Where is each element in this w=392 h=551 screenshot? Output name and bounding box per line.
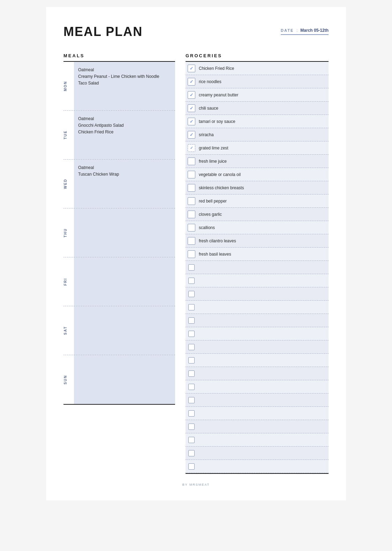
grocery-checkbox[interactable]: ✓ — [188, 131, 195, 139]
meal-content-sun — [74, 355, 175, 404]
grocery-checkbox[interactable] — [188, 184, 195, 192]
grocery-empty-checkbox[interactable] — [188, 344, 195, 350]
grocery-checkbox[interactable]: ✓ — [188, 104, 195, 112]
grocery-empty-row — [186, 433, 329, 447]
grocery-empty-checkbox[interactable] — [188, 450, 195, 456]
groceries-section: GROCERIES ✓Chicken Fried Rice✓rice noodl… — [186, 53, 329, 476]
grocery-empty-row — [186, 367, 329, 380]
grocery-item-name: fresh lime juice — [199, 159, 227, 164]
grocery-row: skinless chicken breasts — [186, 181, 329, 194]
groceries-section-title: GROCERIES — [186, 53, 329, 58]
grocery-checkbox[interactable]: ✓ — [188, 78, 195, 86]
grocery-item-name: chili sauce — [199, 106, 218, 111]
grocery-empty-row — [186, 287, 329, 301]
date-block: DATE : March 05-12th — [281, 28, 329, 35]
grocery-empty-row — [186, 407, 329, 420]
grocery-item-name: fresh basil leaves — [199, 252, 231, 257]
grocery-row: red bell pepper — [186, 194, 329, 208]
grocery-item-name: vegetable or canola oil — [199, 172, 241, 177]
day-label-sat: SAT — [63, 306, 74, 355]
meals-section-title: MEALS — [63, 53, 175, 58]
grocery-empty-checkbox[interactable] — [188, 331, 195, 337]
grocery-empty-row — [186, 274, 329, 287]
grocery-item-name: scallions — [199, 225, 215, 230]
grocery-row: fresh lime juice — [186, 155, 329, 168]
meal-content-tue: OatmealGnocchi Antipasto SaladChicken Fr… — [74, 111, 175, 159]
grocery-empty-checkbox[interactable] — [188, 264, 195, 271]
meal-row: FRI — [63, 257, 175, 306]
date-label: DATE — [281, 28, 294, 32]
grocery-empty-checkbox[interactable] — [188, 410, 195, 417]
meal-row: THU — [63, 208, 175, 257]
grocery-row: ✓tamari or soy sauce — [186, 115, 329, 128]
grocery-row: ✓chili sauce — [186, 102, 329, 115]
meal-text-mon: OatmealCreamy Peanut - Lime Chicken with… — [78, 67, 171, 87]
grocery-list: ✓Chicken Fried Rice✓rice noodles✓creamy … — [186, 62, 329, 473]
grocery-checkbox[interactable]: ✓ — [188, 91, 195, 99]
grocery-empty-checkbox[interactable] — [188, 291, 195, 297]
grocery-item-name: grated lime zest — [199, 146, 228, 150]
grocery-empty-row — [186, 447, 329, 460]
grocery-checkbox[interactable] — [188, 250, 195, 258]
page: MEAL PLAN DATE : March 05-12th MEALS MON… — [46, 7, 346, 500]
grocery-checkbox[interactable]: ✓ — [188, 65, 195, 72]
meals-section: MEALS MONOatmealCreamy Peanut - Lime Chi… — [63, 53, 175, 476]
main-layout: MEALS MONOatmealCreamy Peanut - Lime Chi… — [63, 53, 329, 476]
grocery-item-name: Chicken Fried Rice — [199, 66, 234, 71]
grocery-row: scallions — [186, 221, 329, 234]
grocery-empty-row — [186, 420, 329, 433]
grocery-checkbox[interactable] — [188, 224, 195, 232]
meal-row: SUN — [63, 355, 175, 404]
grocery-empty-checkbox[interactable] — [188, 397, 195, 403]
meal-row: WEDOatmealTuscan Chicken Wrap — [63, 160, 175, 208]
meal-content-sat — [74, 306, 175, 355]
groceries-bottom-border — [186, 473, 329, 474]
date-colon: : — [296, 28, 297, 32]
footer: BY MRSMEAT — [63, 483, 329, 486]
day-label-sun: SUN — [63, 355, 74, 404]
grocery-row: fresh cilantro leaves — [186, 234, 329, 248]
meal-text-wed: OatmealTuscan Chicken Wrap — [78, 164, 171, 178]
grocery-checkbox[interactable] — [188, 171, 195, 178]
grocery-empty-checkbox[interactable] — [188, 370, 195, 377]
grocery-item-name: rice noodles — [199, 79, 221, 84]
grocery-empty-checkbox[interactable] — [188, 463, 195, 470]
meal-row: MONOatmealCreamy Peanut - Lime Chicken w… — [63, 62, 175, 111]
grocery-item-name: skinless chicken breasts — [199, 185, 244, 190]
day-label-fri: FRI — [63, 257, 74, 306]
grocery-item-name: creamy peanut butter — [199, 93, 238, 97]
grocery-empty-checkbox[interactable] — [188, 384, 195, 390]
grocery-item-name: sriracha — [199, 132, 214, 137]
grocery-empty-checkbox[interactable] — [188, 304, 195, 310]
grocery-checkbox[interactable]: ✓ — [188, 118, 195, 125]
day-label-wed: WED — [63, 160, 74, 208]
grocery-empty-checkbox[interactable] — [188, 424, 195, 430]
meal-content-mon: OatmealCreamy Peanut - Lime Chicken with… — [74, 62, 175, 110]
grocery-empty-row — [186, 380, 329, 394]
grocery-checkbox[interactable] — [188, 237, 195, 245]
grocery-empty-checkbox[interactable] — [188, 437, 195, 443]
grocery-empty-row — [186, 261, 329, 274]
grocery-empty-row — [186, 327, 329, 340]
grocery-item-name: fresh cilantro leaves — [199, 238, 236, 243]
grocery-empty-checkbox[interactable] — [188, 278, 195, 284]
grocery-row: fresh basil leaves — [186, 248, 329, 261]
grocery-row: ✓Chicken Fried Rice — [186, 62, 329, 75]
meals-bottom-border — [63, 404, 175, 405]
meal-content-thu — [74, 208, 175, 257]
grocery-row: cloves garlic — [186, 208, 329, 221]
day-label-mon: MON — [63, 62, 74, 110]
meal-rows-container: MONOatmealCreamy Peanut - Lime Chicken w… — [63, 62, 175, 404]
grocery-row: ✓rice noodles — [186, 75, 329, 88]
grocery-checkbox[interactable] — [188, 211, 195, 218]
day-label-tue: TUE — [63, 111, 74, 159]
grocery-empty-checkbox[interactable] — [188, 317, 195, 324]
grocery-checkbox[interactable] — [188, 197, 195, 205]
grocery-empty-checkbox[interactable] — [188, 357, 195, 363]
grocery-empty-row — [186, 340, 329, 354]
meal-text-tue: OatmealGnocchi Antipasto SaladChicken Fr… — [78, 116, 171, 136]
grocery-item-name: cloves garlic — [199, 212, 222, 217]
grocery-empty-row — [186, 314, 329, 327]
grocery-checkbox[interactable] — [188, 157, 195, 165]
grocery-checkbox[interactable]: ✓ — [188, 144, 195, 152]
